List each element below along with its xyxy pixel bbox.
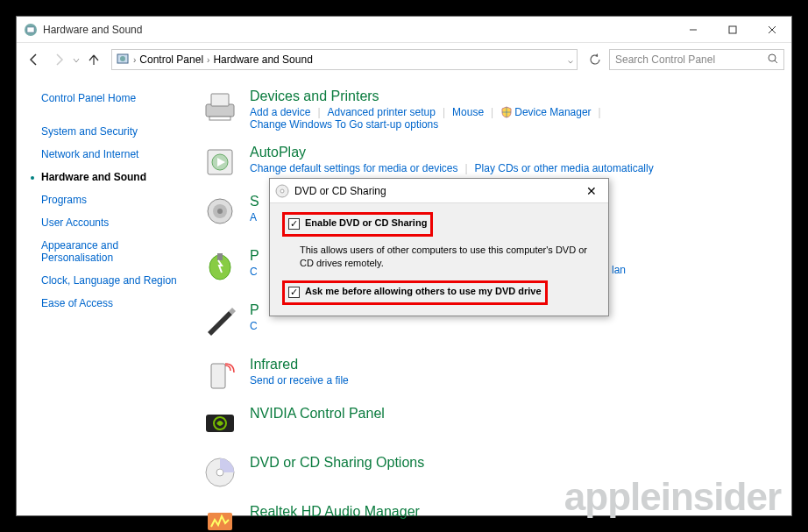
refresh-button[interactable] <box>585 49 606 70</box>
navbar: › Control Panel › Hardware and Sound ⌵ S… <box>17 43 791 76</box>
category-title[interactable]: NVIDIA Control Panel <box>250 406 774 422</box>
watermark-text: appleinsider <box>564 475 781 519</box>
link-default-settings-media[interactable]: Change default settings for media or dev… <box>250 162 457 174</box>
maximize-button[interactable] <box>712 17 752 42</box>
chevron-right-icon: › <box>133 55 136 65</box>
control-panel-window: Hardware and Sound › Control Panel › Har… <box>16 16 792 516</box>
svg-rect-12 <box>209 117 230 120</box>
link-fragment[interactable]: lan <box>612 264 626 276</box>
search-icon <box>768 53 778 67</box>
sidebar-item-hardware-sound[interactable]: Hardware and Sound <box>41 171 192 183</box>
link-truncated[interactable]: C <box>250 320 258 332</box>
svg-line-9 <box>775 60 777 63</box>
category-title[interactable]: Devices and Printers <box>250 89 774 104</box>
autoplay-icon <box>202 145 237 180</box>
dialog-titlebar: DVD or CD Sharing ✕ <box>270 179 608 203</box>
infrared-icon <box>202 357 237 392</box>
dialog-body: Enable DVD or CD Sharing This allows use… <box>270 203 608 321</box>
link-device-manager[interactable]: Device Manager <box>514 106 591 118</box>
power-icon <box>202 248 237 283</box>
nvidia-icon <box>202 406 237 441</box>
back-button[interactable] <box>24 49 45 70</box>
sidebar-item-appearance[interactable]: Appearance and Personalisation <box>41 239 192 264</box>
search-input[interactable]: Search Control Panel <box>609 49 784 70</box>
link-windows-to-go[interactable]: Change Windows To Go start-up options <box>250 118 438 131</box>
sidebar-item-clock-language[interactable]: Clock, Language and Region <box>41 274 192 287</box>
window-title: Hardware and Sound <box>43 24 142 36</box>
sidebar: Control Panel Home System and Security N… <box>17 76 192 515</box>
checkbox-label: Ask me before allowing others to use my … <box>305 286 542 296</box>
category-nvidia: NVIDIA Control Panel <box>202 406 774 441</box>
dialog-title: DVD or CD Sharing <box>294 185 386 197</box>
svg-rect-20 <box>211 364 225 388</box>
link-mouse[interactable]: Mouse <box>452 106 484 118</box>
sidebar-item-home[interactable]: Control Panel Home <box>41 92 192 104</box>
svg-point-27 <box>280 189 284 193</box>
address-bar[interactable]: › Control Panel › Hardware and Sound ⌵ <box>111 49 578 70</box>
dvd-cd-sharing-dialog: DVD or CD Sharing ✕ Enable DVD or CD Sha… <box>269 178 609 316</box>
dialog-close-button[interactable]: ✕ <box>580 184 603 198</box>
sound-icon <box>202 194 237 229</box>
close-button[interactable] <box>752 17 791 42</box>
option-description: This allows users of other computers to … <box>300 244 596 270</box>
pen-icon <box>202 302 237 337</box>
link-advanced-printer[interactable]: Advanced printer setup <box>328 106 436 118</box>
realtek-icon <box>202 504 237 532</box>
highlight-enable-sharing: Enable DVD or CD Sharing <box>282 212 433 237</box>
category-title[interactable]: Infrared <box>250 357 774 372</box>
disc-icon <box>202 455 237 490</box>
sidebar-item-network-internet[interactable]: Network and Internet <box>41 148 192 160</box>
titlebar: Hardware and Sound <box>17 17 791 43</box>
forward-button[interactable] <box>48 49 69 70</box>
checkbox-label: Enable DVD or CD Sharing <box>305 217 427 228</box>
svg-point-17 <box>217 209 223 214</box>
address-dropdown-icon[interactable]: ⌵ <box>568 55 573 65</box>
link-play-cds-auto[interactable]: Play CDs or other media automatically <box>475 162 654 174</box>
sidebar-item-user-accounts[interactable]: User Accounts <box>41 216 192 229</box>
breadcrumb-root[interactable]: Control Panel <box>139 53 203 66</box>
svg-rect-1 <box>27 27 34 32</box>
disc-icon <box>275 184 289 198</box>
svg-point-8 <box>769 54 776 61</box>
up-button[interactable] <box>83 49 104 70</box>
link-truncated[interactable]: A <box>250 211 257 223</box>
checkbox-ask-before[interactable] <box>288 287 300 298</box>
category-infrared: Infrared Send or receive a file <box>202 357 774 392</box>
address-icon <box>116 52 130 68</box>
category-autoplay: AutoPlay Change default settings for med… <box>202 145 774 180</box>
history-dropdown[interactable] <box>73 52 80 67</box>
chevron-right-icon: › <box>207 55 209 65</box>
svg-rect-3 <box>729 26 736 33</box>
sidebar-item-ease-of-access[interactable]: Ease of Access <box>41 297 192 309</box>
category-title[interactable]: DVD or CD Sharing Options <box>250 455 774 471</box>
sidebar-item-system-security[interactable]: System and Security <box>41 125 192 138</box>
search-placeholder: Search Control Panel <box>615 53 715 66</box>
link-truncated[interactable]: C <box>250 266 258 278</box>
category-title[interactable]: AutoPlay <box>250 145 774 160</box>
hardware-sound-icon <box>24 23 38 37</box>
highlight-ask-before: Ask me before allowing others to use my … <box>282 280 548 305</box>
svg-rect-11 <box>211 94 229 106</box>
sidebar-item-programs[interactable]: Programs <box>41 194 192 206</box>
svg-point-24 <box>216 469 223 476</box>
minimize-button[interactable] <box>673 17 712 42</box>
devices-printers-icon <box>202 89 237 124</box>
shield-icon <box>500 106 513 118</box>
link-send-receive-file[interactable]: Send or receive a file <box>250 374 349 387</box>
svg-rect-19 <box>217 253 223 260</box>
breadcrumb-current[interactable]: Hardware and Sound <box>213 53 312 66</box>
category-devices-printers: Devices and Printers Add a device| Advan… <box>202 89 774 131</box>
checkbox-enable-sharing[interactable] <box>288 218 300 230</box>
svg-point-7 <box>120 56 125 61</box>
link-add-device[interactable]: Add a device <box>250 106 310 118</box>
